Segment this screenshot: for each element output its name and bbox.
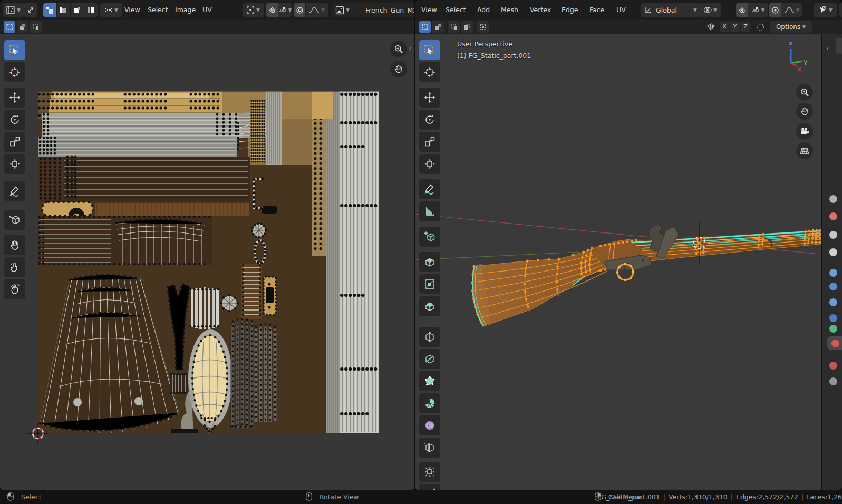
- v3d-menu-add[interactable]: Add: [473, 4, 494, 16]
- v3d-camera-button[interactable]: [796, 123, 813, 140]
- proportional-falloff-dropdown[interactable]: ▼: [306, 3, 328, 17]
- proportional-edit-toggle-3d[interactable]: [769, 3, 781, 17]
- select-mode-subtract-3d[interactable]: [448, 21, 460, 33]
- tab-particles[interactable]: [829, 325, 837, 333]
- tool-extrude-region[interactable]: [419, 252, 440, 272]
- tool-poly-build[interactable]: [419, 371, 440, 391]
- tool-rotate[interactable]: [4, 110, 25, 130]
- uv-sync-selection-toggle[interactable]: [24, 3, 37, 17]
- select-mode-set[interactable]: [4, 21, 15, 33]
- tool-shrink-fatten[interactable]: [419, 462, 440, 482]
- pivot-point-dropdown-3d[interactable]: ▼: [700, 3, 721, 17]
- tool-move[interactable]: [4, 88, 25, 108]
- uv-canvas[interactable]: ‹: [0, 34, 414, 490]
- uv-select-mode-edge[interactable]: [57, 3, 70, 17]
- tool-tweak[interactable]: [4, 40, 25, 60]
- uv-menu-select[interactable]: Select: [143, 4, 172, 16]
- v3d-pan-button[interactable]: [796, 103, 813, 120]
- options-dropdown[interactable]: Options ▼: [770, 21, 812, 33]
- tool-shear[interactable]: [419, 484, 440, 490]
- v3d-zoom-button[interactable]: [796, 84, 813, 101]
- axis-gizmo[interactable]: z y x: [779, 38, 808, 73]
- v3d-menu-uv[interactable]: UV: [612, 4, 630, 16]
- tool-bevel[interactable]: [419, 296, 440, 316]
- tool-scale-3d[interactable]: [419, 132, 440, 152]
- tab-tool[interactable]: [829, 195, 837, 203]
- tool-inset-faces[interactable]: [419, 274, 440, 294]
- uv-zoom-button[interactable]: [390, 41, 407, 57]
- proportional-edit-toggle[interactable]: [294, 3, 305, 17]
- tab-world[interactable]: [829, 283, 837, 290]
- tool-tweak-3d[interactable]: [419, 40, 440, 60]
- uv-menu-uv[interactable]: UV: [198, 4, 216, 16]
- tab-object[interactable]: [829, 298, 837, 306]
- viewport-canvas[interactable]: User Perspective (1) FG_Static_part.001 …: [415, 34, 842, 490]
- tool-grab[interactable]: [4, 235, 25, 255]
- v3d-menu-view[interactable]: View: [417, 4, 441, 16]
- tab-material[interactable]: [831, 340, 839, 347]
- props-collapse-arrow[interactable]: ‹: [826, 44, 829, 52]
- select-mode-extend-3d[interactable]: [432, 21, 444, 33]
- tool-rotate-3d[interactable]: [419, 110, 440, 130]
- tool-annotate-3d[interactable]: [419, 179, 440, 199]
- tool-spin[interactable]: [419, 393, 440, 413]
- select-mode-extend[interactable]: [17, 21, 28, 33]
- sticky-selection-dropdown[interactable]: ▼: [100, 3, 122, 17]
- tool-pinch[interactable]: [4, 279, 25, 299]
- select-mode-intersect-3d[interactable]: [477, 21, 489, 33]
- editor-type-button[interactable]: ▼: [3, 3, 24, 17]
- snap-settings-dropdown[interactable]: ▼: [278, 3, 292, 17]
- tab-view-layer[interactable]: [829, 248, 837, 256]
- tab-physics[interactable]: [829, 377, 837, 385]
- select-mode-set-3d[interactable]: [419, 21, 431, 33]
- proportional-falloff-dropdown-3d[interactable]: ▼: [781, 3, 802, 17]
- tab-output[interactable]: [829, 231, 837, 239]
- snap-toggle[interactable]: [266, 3, 278, 17]
- uv-sidebar-collapse-arrow[interactable]: ‹: [409, 44, 411, 52]
- uv-menu-image[interactable]: Image: [171, 4, 200, 16]
- select-mode-invert-3d[interactable]: [461, 21, 473, 33]
- uv-2d-cursor[interactable]: [26, 422, 50, 445]
- select-mode-subtract[interactable]: [30, 21, 42, 33]
- show-gizmo-dropdown[interactable]: ▼: [814, 3, 837, 17]
- pivot-point-dropdown[interactable]: ▼: [243, 3, 264, 17]
- uv-select-mode-vertex[interactable]: [43, 3, 56, 17]
- props-search-box[interactable]: [836, 38, 842, 54]
- uv-pan-button[interactable]: [390, 61, 407, 77]
- tool-measure[interactable]: [419, 201, 440, 221]
- v3d-menu-vertex[interactable]: Vertex: [526, 4, 555, 16]
- tool-cursor[interactable]: [4, 62, 25, 82]
- snap-settings-dropdown-3d[interactable]: ▼: [748, 3, 768, 17]
- tool-relax[interactable]: [4, 257, 25, 277]
- tool-cursor-3d[interactable]: [419, 62, 440, 82]
- tool-add-cube[interactable]: [419, 227, 440, 247]
- tool-move-3d[interactable]: [419, 88, 440, 108]
- tool-scale[interactable]: [4, 132, 25, 152]
- tool-rip-region[interactable]: [4, 210, 25, 230]
- uv-menu-view[interactable]: View: [120, 4, 144, 16]
- tool-knife[interactable]: [419, 349, 440, 369]
- symmetry-x-button[interactable]: X: [720, 22, 729, 32]
- tab-render[interactable]: [829, 212, 837, 220]
- v3d-menu-select[interactable]: Select: [441, 4, 470, 16]
- v3d-menu-face[interactable]: Face: [585, 4, 608, 16]
- tool-transform-3d[interactable]: [419, 154, 440, 174]
- tool-smooth[interactable]: [419, 415, 440, 435]
- tool-edge-slide[interactable]: [419, 438, 440, 458]
- image-name[interactable]: French_Gun_M2: [365, 6, 414, 14]
- v3d-menu-mesh[interactable]: Mesh: [497, 4, 522, 16]
- tool-annotate[interactable]: [4, 181, 25, 201]
- tool-transform[interactable]: [4, 154, 25, 174]
- tab-texture[interactable]: [829, 362, 837, 370]
- symmetry-y-button[interactable]: Y: [730, 22, 740, 32]
- uv-select-mode-face[interactable]: [71, 3, 84, 17]
- v3d-menu-edge[interactable]: Edge: [557, 4, 582, 16]
- image-browse-button[interactable]: ▼: [332, 6, 352, 15]
- snap-toggle-3d[interactable]: [736, 3, 748, 17]
- mesh-symmetry-icon[interactable]: [705, 21, 717, 33]
- tab-modifiers[interactable]: [829, 314, 837, 322]
- tool-loop-cut[interactable]: [419, 327, 440, 347]
- uv-select-mode-island[interactable]: [84, 3, 98, 17]
- symmetry-z-button[interactable]: Z: [741, 22, 750, 32]
- snap-symmetry-icon[interactable]: [754, 21, 767, 33]
